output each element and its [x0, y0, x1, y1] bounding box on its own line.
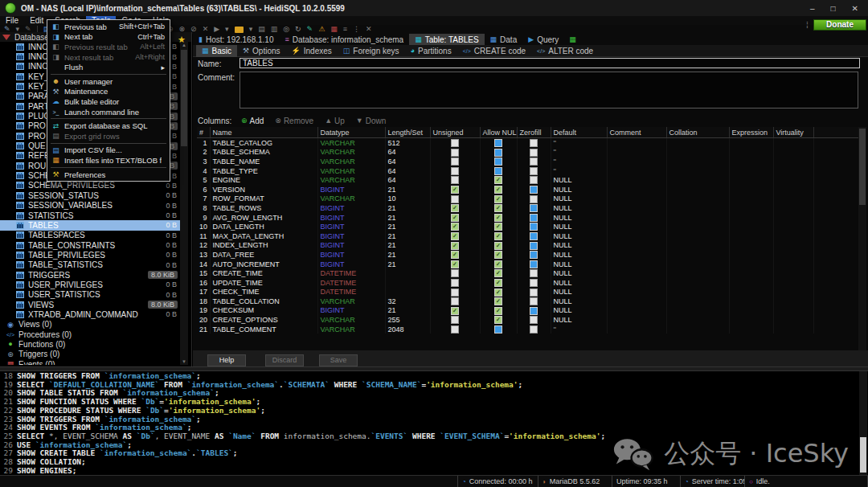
zerofill-checkbox[interactable] [530, 260, 538, 268]
allow-null-checkbox[interactable]: ✓ [494, 251, 502, 259]
table-item-user-statistics[interactable]: USER_STATISTICS0 B [0, 290, 180, 300]
allow-null-checkbox[interactable] [494, 139, 502, 147]
unsigned-checkbox[interactable] [451, 325, 459, 334]
remove-column-button[interactable]: ⊗ Remove [275, 117, 313, 125]
table-row[interactable]: 11MAX_DATA_LENGTHBIGINT21✓✓NULL [197, 231, 858, 241]
table-row[interactable]: 6VERSIONBIGINT21✓✓NULL [197, 185, 858, 194]
table-name-input[interactable] [240, 58, 860, 68]
table-row[interactable]: 17CHECK_TIMEDATETIME✓NULL [197, 288, 858, 297]
search-icon[interactable]: ◎ [283, 25, 289, 34]
table-item-user-privileges[interactable]: USER_PRIVILEGES0 B [0, 280, 180, 289]
unsigned-checkbox[interactable]: ✓ [451, 232, 459, 240]
table-row[interactable]: 1TABLE_CATALOGVARCHAR512'' [197, 138, 858, 148]
table-row[interactable]: 20CREATE_OPTIONSVARCHAR255✓NULL [197, 315, 858, 325]
dropdown-caret-icon[interactable]: ▾ [225, 25, 229, 34]
zerofill-checkbox[interactable] [530, 158, 538, 166]
move-down-button[interactable]: ▼ Down [356, 117, 387, 125]
move-up-button[interactable]: ▲ Up [325, 117, 345, 125]
zerofill-checkbox[interactable] [530, 269, 538, 277]
dropdown-caret-icon[interactable]: ▾ [249, 25, 253, 34]
allow-null-checkbox[interactable]: ✓ [494, 307, 502, 315]
unsigned-checkbox[interactable] [451, 149, 459, 157]
zerofill-checkbox[interactable] [530, 214, 538, 222]
grid-scroll-thumb[interactable] [859, 129, 866, 205]
io-badge-icon[interactable]: ▦ [330, 25, 338, 34]
unsigned-checkbox[interactable] [451, 279, 459, 287]
editor-tab-alter-code[interactable]: </>ALTER code [531, 45, 599, 57]
menu-item-maintenance[interactable]: ⚒Maintenance [47, 87, 170, 97]
table-item-tables[interactable]: TABLES0 B [0, 220, 180, 230]
column-header-collation[interactable]: Collation [666, 127, 729, 138]
menu-item-import-csv-file[interactable]: ▤Import CSV file... [47, 145, 170, 156]
column-header-length-set[interactable]: Length/Set [385, 127, 430, 138]
unsigned-checkbox[interactable]: ✓ [451, 307, 459, 315]
column-header-virtuality[interactable]: Virtuality [773, 127, 813, 138]
column-header-unsigned[interactable]: Unsigned [430, 127, 480, 138]
column-header-filler[interactable] [813, 127, 858, 138]
maximize-button[interactable]: □ [831, 4, 836, 13]
allow-null-checkbox[interactable] [494, 158, 502, 166]
unsigned-checkbox[interactable] [451, 176, 459, 184]
menu-item-launch-command-line[interactable]: >_Launch command line [47, 107, 170, 117]
warning-icon[interactable]: ⚠ [318, 25, 325, 34]
close-button[interactable]: ✕ [852, 4, 858, 13]
table-row[interactable]: 18TABLE_COLLATIONVARCHAR32✓NULL [197, 297, 858, 306]
unsigned-checkbox[interactable] [451, 195, 459, 203]
allow-null-checkbox[interactable]: ✓ [494, 232, 502, 240]
allow-null-checkbox[interactable]: ✓ [494, 214, 502, 222]
scroll-down-icon[interactable]: ▼ [182, 359, 186, 364]
zerofill-checkbox[interactable] [530, 307, 538, 315]
table-item-xtradb-admin-command[interactable]: XTRADB_ADMIN_COMMAND0 B [0, 309, 180, 319]
table-item-statistics[interactable]: STATISTICS0 B [0, 211, 180, 220]
copy-icon[interactable]: ▥ [271, 25, 278, 34]
editor-tab-options[interactable]: ⚒Options [237, 45, 286, 57]
column-header-allow-null[interactable]: Allow NULL [480, 127, 517, 138]
group-views-0[interactable]: ◉Views (0) [0, 320, 180, 329]
zerofill-checkbox[interactable] [530, 167, 538, 175]
zerofill-checkbox[interactable] [530, 204, 538, 212]
table-row[interactable]: 5ENGINEVARCHAR64✓NULL [197, 175, 858, 185]
group-events-0[interactable]: ▦Events (0) [0, 359, 180, 365]
zerofill-checkbox[interactable] [530, 279, 538, 287]
group-functions-0[interactable]: ●Functions (0) [0, 339, 180, 349]
refresh-icon[interactable]: ↻ [295, 25, 301, 34]
table-item-table-privileges[interactable]: TABLE_PRIVILEGES0 B [0, 250, 180, 260]
sidebar-scrollbar[interactable]: ▲ ▼ [180, 42, 188, 365]
table-row[interactable]: 2TABLE_SCHEMAVARCHAR64'' [197, 148, 858, 158]
allow-null-checkbox[interactable]: ✓ [494, 260, 502, 268]
table-item-session-status[interactable]: SESSION_STATUS0 B [0, 190, 180, 200]
allow-null-checkbox[interactable]: ✓ [494, 223, 502, 231]
allow-null-checkbox[interactable]: ✓ [494, 176, 502, 184]
column-header-default[interactable]: Default [551, 127, 607, 138]
zerofill-checkbox[interactable] [530, 232, 538, 240]
allow-null-checkbox[interactable] [494, 167, 502, 175]
unsigned-checkbox[interactable] [451, 269, 459, 277]
close-icon[interactable]: ✕ [366, 25, 372, 34]
donate-button[interactable]: Donate [813, 19, 866, 31]
table-row[interactable]: 9AVG_ROW_LENGTHBIGINT21✓✓NULL [197, 213, 858, 223]
zerofill-checkbox[interactable] [530, 139, 538, 147]
unsigned-checkbox[interactable]: ✓ [451, 214, 459, 222]
minimize-button[interactable]: – [810, 4, 815, 13]
delete-icon[interactable]: ✕ [203, 25, 209, 34]
allow-null-checkbox[interactable]: ✓ [494, 316, 502, 324]
menu-item-bulk-table-editor[interactable]: ☁Bulk table editor [47, 96, 170, 107]
menu-item-previous-result-tab[interactable]: ◧Previous result tabAlt+Left [47, 42, 170, 52]
unsigned-checkbox[interactable] [451, 297, 459, 305]
group-triggers-0[interactable]: ⊛Triggers (0) [0, 350, 180, 359]
zerofill-checkbox[interactable] [530, 186, 538, 194]
column-header-expression[interactable]: Expression [729, 127, 773, 138]
zerofill-checkbox[interactable] [530, 289, 538, 297]
more-icon[interactable]: ⋮ [353, 25, 360, 34]
menu-edit[interactable]: Edit [24, 16, 49, 25]
zerofill-checkbox[interactable] [530, 251, 538, 259]
table-comment-input[interactable] [240, 72, 858, 108]
table-item-schema-privileges[interactable]: SCHEMA_PRIVILEGES0 B [0, 181, 180, 190]
menu-item-insert-files-into-text-blob-fields[interactable]: ▦Insert files into TEXT/BLOB fields... [47, 155, 170, 166]
sql-log-scroll-thumb[interactable] [860, 437, 866, 473]
table-item-triggers[interactable]: TRIGGERS8.0 KiB [0, 270, 180, 280]
unsigned-checkbox[interactable]: ✓ [451, 186, 459, 194]
table-row[interactable]: 19CHECKSUMBIGINT21✓✓NULL [197, 306, 858, 316]
zerofill-checkbox[interactable] [530, 195, 538, 203]
allow-null-checkbox[interactable]: ✓ [494, 204, 502, 212]
